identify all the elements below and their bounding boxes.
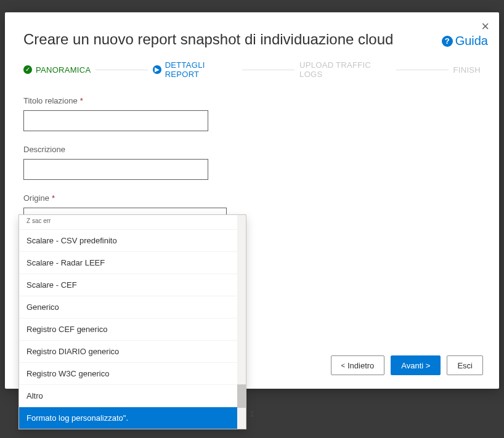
- dropdown-item-selected[interactable]: Formato log personalizzato".: [19, 407, 246, 429]
- help-label: Guida: [455, 34, 488, 48]
- dropdown-item[interactable]: Registro DIARIO generico: [19, 341, 246, 363]
- source-label: Origine*: [23, 193, 481, 203]
- form-group-description: Descrizione: [23, 145, 481, 180]
- step-separator: [396, 70, 449, 70]
- step-dettagli[interactable]: ▶ DETTAGLI REPORT: [153, 60, 237, 79]
- exit-button[interactable]: Esci: [447, 355, 483, 375]
- help-icon: ?: [442, 36, 453, 47]
- step-finish: FINISH: [453, 65, 481, 75]
- title-label: Titolo relazione*: [23, 96, 481, 105]
- step-separator: [96, 70, 148, 70]
- dropdown-item[interactable]: Scalare - Radar LEEF: [19, 252, 246, 274]
- step-upload: UPLOAD TRAFFIC LOGS: [299, 60, 391, 79]
- form-group-title: Titolo relazione*: [23, 96, 481, 131]
- back-button[interactable]: < Indietro: [331, 355, 385, 375]
- next-button[interactable]: Avanti >: [391, 355, 441, 375]
- source-dropdown: Z sac err Scalare - CSV predefinito Scal…: [18, 214, 246, 429]
- dropdown-item[interactable]: Generico: [19, 296, 246, 318]
- close-icon[interactable]: ×: [481, 20, 489, 33]
- play-icon: ▶: [153, 65, 161, 74]
- modal-title: Creare un nuovo report snapshot di indiv…: [23, 31, 481, 48]
- modal-footer-buttons: < Indietro Avanti > Esci: [331, 355, 483, 375]
- dropdown-item[interactable]: Registro W3C generico: [19, 363, 246, 385]
- dropdown-item[interactable]: Z sac err: [19, 215, 246, 230]
- dropdown-item[interactable]: Scalare - CSV predefinito: [19, 230, 246, 252]
- chevron-left-icon: <: [341, 362, 345, 369]
- title-input[interactable]: [23, 110, 208, 131]
- help-link[interactable]: ? Guida: [442, 34, 488, 48]
- page-number: 1: [250, 409, 254, 418]
- step-separator: [242, 70, 295, 70]
- scrollbar-track[interactable]: [237, 215, 246, 429]
- description-label: Descrizione: [23, 145, 481, 154]
- check-icon: ✓: [23, 65, 32, 74]
- wizard-stepper: ✓ PANORAMICA ▶ DETTAGLI REPORT UPLOAD TR…: [23, 60, 481, 79]
- description-input[interactable]: [23, 159, 208, 180]
- step-panoramica[interactable]: ✓ PANORAMICA: [23, 65, 91, 75]
- scrollbar-thumb[interactable]: [237, 384, 246, 408]
- dropdown-item[interactable]: Registro CEF generico: [19, 318, 246, 341]
- dropdown-item[interactable]: Scalare - CEF: [19, 274, 246, 296]
- dropdown-item[interactable]: Altro: [19, 385, 246, 407]
